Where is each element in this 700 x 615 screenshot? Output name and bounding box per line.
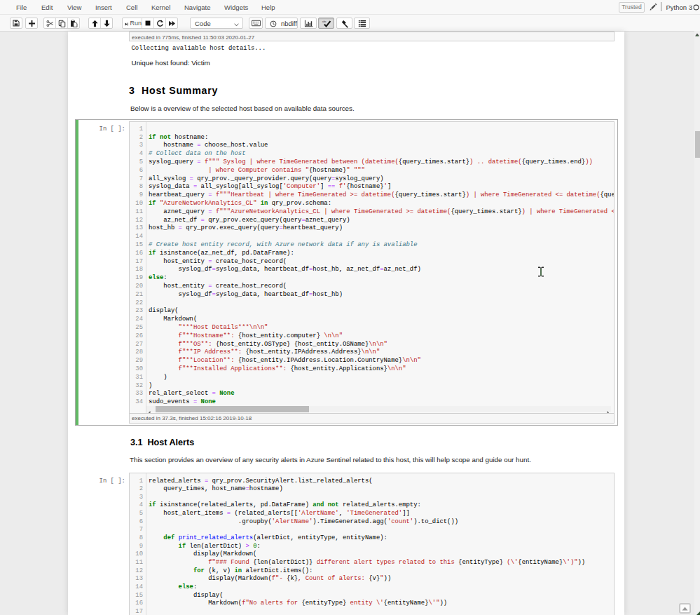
svg-text:abc: abc — [322, 20, 326, 23]
